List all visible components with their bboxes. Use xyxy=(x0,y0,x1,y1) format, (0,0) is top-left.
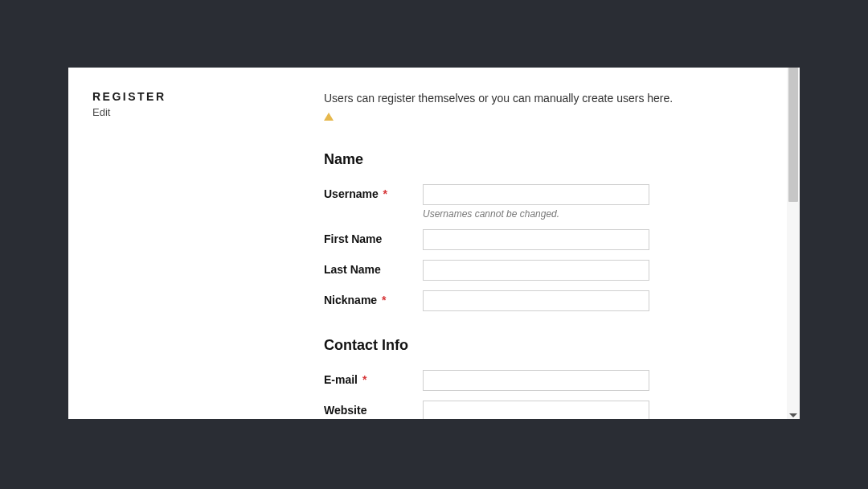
label-firstname: First Name xyxy=(324,229,423,245)
input-wrap-lastname xyxy=(423,260,649,281)
scrollbar-thumb[interactable] xyxy=(788,68,798,202)
label-username-text: Username xyxy=(324,187,379,200)
sidebar-title: Register xyxy=(92,90,324,103)
label-email-text: E-mail xyxy=(324,373,358,386)
required-marker: * xyxy=(382,294,386,306)
section-heading-name: Name xyxy=(324,151,763,168)
label-email: E-mail * xyxy=(324,370,423,386)
scrollbar[interactable] xyxy=(787,68,800,419)
field-row-username: Username * Usernames cannot be changed. xyxy=(324,184,763,220)
app-frame: Register Edit Users can register themsel… xyxy=(68,68,800,419)
label-nickname-text: Nickname xyxy=(324,294,377,306)
edit-link[interactable]: Edit xyxy=(92,106,324,118)
page-content: Register Edit Users can register themsel… xyxy=(68,68,787,419)
intro-copy: Users can register themselves or you can… xyxy=(324,92,673,105)
label-nickname: Nickname * xyxy=(324,290,423,306)
content-wrapper: Register Edit Users can register themsel… xyxy=(68,68,787,419)
main-form: Users can register themselves or you can… xyxy=(324,90,763,419)
website-input[interactable] xyxy=(423,401,649,419)
email-input[interactable] xyxy=(423,370,649,391)
field-row-firstname: First Name xyxy=(324,229,763,250)
input-wrap-nickname xyxy=(423,290,649,311)
field-row-email: E-mail * xyxy=(324,370,763,391)
section-heading-contact: Contact Info xyxy=(324,337,763,354)
sidebar: Register Edit xyxy=(92,90,324,419)
label-lastname: Last Name xyxy=(324,260,423,276)
field-row-nickname: Nickname * xyxy=(324,290,763,311)
input-wrap-firstname xyxy=(423,229,649,250)
label-username: Username * xyxy=(324,184,423,200)
input-wrap-email xyxy=(423,370,649,391)
label-website: Website xyxy=(324,401,423,417)
firstname-input[interactable] xyxy=(423,229,649,250)
field-row-website: Website xyxy=(324,401,763,419)
lastname-input[interactable] xyxy=(423,260,649,281)
scroll-down-icon[interactable] xyxy=(789,413,797,417)
username-help: Usernames cannot be changed. xyxy=(423,208,649,220)
username-input[interactable] xyxy=(423,184,649,205)
input-wrap-username: Usernames cannot be changed. xyxy=(423,184,649,220)
input-wrap-website xyxy=(423,401,649,419)
nickname-input[interactable] xyxy=(423,290,649,311)
intro-text: Users can register themselves or you can… xyxy=(324,90,763,124)
field-row-lastname: Last Name xyxy=(324,260,763,281)
warning-icon xyxy=(324,113,334,121)
required-marker: * xyxy=(383,187,387,200)
required-marker: * xyxy=(362,373,366,386)
